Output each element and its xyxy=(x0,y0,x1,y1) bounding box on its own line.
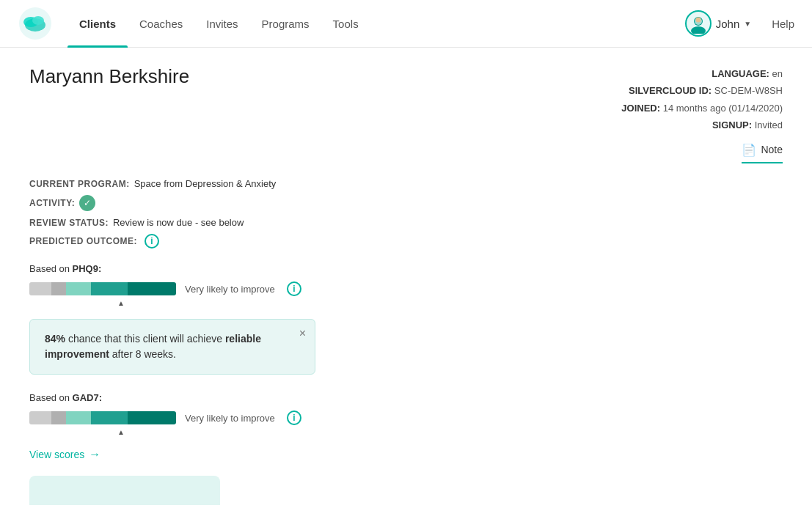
bottom-card-partial xyxy=(29,476,220,505)
phq9-outcome: Very likely to improve xyxy=(185,284,275,295)
gad7-progress-bar xyxy=(29,411,176,424)
tooltip-text-before: chance that this client will achieve xyxy=(65,333,225,345)
client-details: CURRENT PROGRAM: Space from Depression &… xyxy=(29,178,783,249)
nav-right: John ▼ Help xyxy=(685,10,794,37)
tooltip-card: × 84% chance that this client will achie… xyxy=(29,319,315,375)
activity-label: ACTIVITY: xyxy=(29,198,75,208)
phq9-info-icon[interactable]: i xyxy=(287,281,301,296)
review-status-row: REVIEW STATUS: Review is now due - see b… xyxy=(29,217,783,228)
silvercloud-id-value: SC-DEM-W8SH xyxy=(714,85,783,96)
gad7-pb-seg1 xyxy=(29,411,51,424)
predicted-outcome-label: PREDICTED OUTCOME: xyxy=(29,236,137,246)
navigation: Clients Coaches Invites Programs Tools J… xyxy=(0,0,812,48)
avatar xyxy=(685,10,712,37)
gad7-label: Based on GAD7: xyxy=(29,392,783,403)
view-scores-link[interactable]: View scores → xyxy=(29,448,783,461)
app-logo[interactable] xyxy=(18,6,53,41)
phq9-based-on: Based on xyxy=(29,263,70,274)
tooltip-text-after: after 8 weeks. xyxy=(109,348,176,360)
language-value: en xyxy=(772,68,783,79)
review-status-value: Review is now due - see below xyxy=(113,217,244,228)
silvercloud-id-label: SILVERCLOUD ID: xyxy=(629,85,712,96)
tooltip-text: 84% chance that this client will achieve… xyxy=(45,331,300,362)
arrow-right-icon: → xyxy=(89,448,100,461)
activity-row: ACTIVITY: ✓ xyxy=(29,195,783,211)
user-menu[interactable]: John ▼ xyxy=(685,10,751,37)
gad7-pb-seg2 xyxy=(51,411,66,424)
gad7-pb-seg3 xyxy=(66,411,91,424)
nav-invites[interactable]: Invites xyxy=(194,0,249,48)
nav-links: Clients Coaches Invites Programs Tools xyxy=(67,0,370,48)
client-header: Maryann Berkshire LANGUAGE: en SILVERCLO… xyxy=(29,65,783,163)
signup-label: SIGNUP: xyxy=(712,119,752,130)
chevron-down-icon: ▼ xyxy=(744,20,751,28)
phq9-arrow-marker: ▲ xyxy=(117,299,783,307)
phq9-progress-bar xyxy=(29,282,176,295)
signup-value: Invited xyxy=(755,119,783,130)
svg-point-5 xyxy=(691,26,706,34)
main-content: Maryann Berkshire LANGUAGE: en SILVERCLO… xyxy=(0,48,812,508)
note-button[interactable]: 📄 Note xyxy=(742,140,783,164)
client-name: Maryann Berkshire xyxy=(29,65,189,88)
language-row: LANGUAGE: en xyxy=(621,65,783,82)
pb-seg4 xyxy=(91,282,128,295)
phq9-bar-row: Very likely to improve i xyxy=(29,281,783,296)
joined-row: JOINED: 14 months ago (01/14/2020) xyxy=(621,100,783,117)
svg-point-7 xyxy=(695,18,701,23)
nav-tools[interactable]: Tools xyxy=(321,0,370,48)
phq9-section: Based on PHQ9: Very likely to improve i … xyxy=(29,263,783,307)
gad7-pb-seg4 xyxy=(91,411,128,424)
language-label: LANGUAGE: xyxy=(712,68,769,79)
client-meta-right: LANGUAGE: en SILVERCLOUD ID: SC-DEM-W8SH… xyxy=(621,65,783,163)
gad7-pb-seg5 xyxy=(128,411,176,424)
current-program-row: CURRENT PROGRAM: Space from Depression &… xyxy=(29,178,783,189)
gad7-arrow-marker: ▲ xyxy=(117,428,783,436)
note-button-container: 📄 Note xyxy=(621,140,783,164)
pb-seg2 xyxy=(51,282,66,295)
current-program-label: CURRENT PROGRAM: xyxy=(29,179,130,189)
note-label: Note xyxy=(761,141,783,159)
pb-seg3 xyxy=(66,282,91,295)
user-name: John xyxy=(716,18,740,30)
silvercloud-id-row: SILVERCLOUD ID: SC-DEM-W8SH xyxy=(621,82,783,99)
nav-programs[interactable]: Programs xyxy=(250,0,321,48)
gad7-bar-row: Very likely to improve i xyxy=(29,411,783,425)
nav-coaches[interactable]: Coaches xyxy=(128,0,194,48)
activity-check-icon: ✓ xyxy=(79,195,95,211)
joined-label: JOINED: xyxy=(621,103,660,114)
tooltip-percentage: 84% xyxy=(45,333,65,345)
tooltip-close-button[interactable]: × xyxy=(299,327,306,340)
pb-seg5 xyxy=(128,282,176,295)
gad7-section: Based on GAD7: Very likely to improve i … xyxy=(29,392,783,436)
phq9-metric: PHQ9: xyxy=(73,263,102,274)
review-status-label: REVIEW STATUS: xyxy=(29,218,109,228)
gad7-outcome: Very likely to improve xyxy=(185,413,275,424)
help-link[interactable]: Help xyxy=(772,18,794,30)
pb-seg1 xyxy=(29,282,51,295)
joined-value: 14 months ago (01/14/2020) xyxy=(663,103,783,114)
gad7-based-on: Based on xyxy=(29,392,70,403)
current-program-value: Space from Depression & Anxiety xyxy=(134,178,277,189)
signup-row: SIGNUP: Invited xyxy=(621,117,783,133)
svg-point-3 xyxy=(32,16,44,25)
view-scores-label: View scores xyxy=(29,449,84,460)
gad7-metric: GAD7: xyxy=(73,392,102,403)
predicted-outcome-info-icon[interactable]: i xyxy=(145,234,159,249)
note-icon: 📄 xyxy=(742,140,756,161)
predicted-outcome-row: PREDICTED OUTCOME: i xyxy=(29,234,783,249)
phq9-label: Based on PHQ9: xyxy=(29,263,783,274)
gad7-info-icon[interactable]: i xyxy=(287,411,301,425)
nav-clients[interactable]: Clients xyxy=(67,0,128,48)
